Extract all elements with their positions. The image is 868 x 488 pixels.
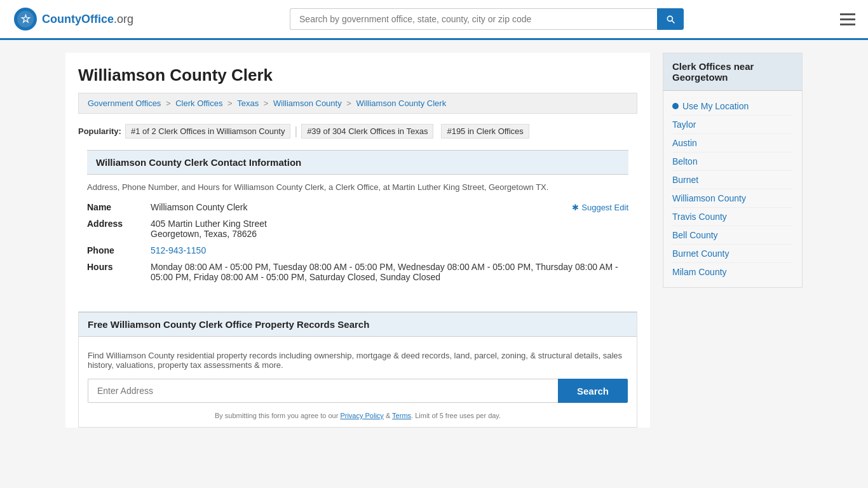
privacy-policy-link[interactable]: Privacy Policy bbox=[340, 412, 383, 419]
sidebar-link[interactable]: Austin bbox=[672, 138, 697, 148]
sidebar-link-austin: Austin bbox=[672, 134, 793, 152]
popularity-sep: | bbox=[294, 125, 297, 138]
property-search-button[interactable]: Search bbox=[558, 379, 628, 403]
suggest-edit-link[interactable]: ✱ Suggest Edit bbox=[572, 203, 628, 212]
sidebar-link-bell-county: Bell County bbox=[672, 226, 793, 245]
sidebar-link[interactable]: Belton bbox=[672, 156, 698, 166]
site-header: ☆ CountyOffice.org bbox=[0, 0, 868, 40]
popularity-badge-3: #195 in Clerk Offices bbox=[441, 124, 529, 139]
sidebar-link-burnet: Burnet bbox=[672, 171, 793, 189]
address-line2: Georgetown, Texas, 78626 bbox=[151, 229, 267, 239]
menu-line bbox=[840, 24, 855, 25]
logo-text: CountyOffice.org bbox=[42, 13, 133, 26]
breadcrumb-williamson-county[interactable]: Williamson County bbox=[273, 98, 342, 108]
sidebar-link-burnet-county: Burnet County bbox=[672, 245, 793, 263]
phone-label: Phone bbox=[87, 245, 151, 255]
sidebar-link[interactable]: Travis County bbox=[672, 212, 727, 222]
content-area: Williamson County Clerk Government Offic… bbox=[65, 53, 650, 428]
hours-value: Monday 08:00 AM - 05:00 PM, Tuesday 08:0… bbox=[151, 262, 628, 282]
sidebar-link[interactable]: Burnet bbox=[672, 175, 698, 185]
sidebar: Clerk Offices near Georgetown Use My Loc… bbox=[663, 53, 803, 428]
address-row: Address 405 Martin Luther King Street Ge… bbox=[87, 219, 628, 239]
name-row: Name Williamson County Clerk ✱ Suggest E… bbox=[87, 202, 628, 212]
popularity-badge-2: #39 of 304 Clerk Offices in Texas bbox=[301, 124, 433, 139]
property-description: Find Williamson County residential prope… bbox=[79, 344, 637, 379]
popularity-badge-1: #1 of 2 Clerk Offices in Williamson Coun… bbox=[125, 124, 291, 139]
form-disclaimer: By submitting this form you agree to our… bbox=[79, 412, 637, 427]
svg-text:☆: ☆ bbox=[20, 13, 31, 25]
breadcrumb-gov-offices[interactable]: Government Offices bbox=[88, 98, 161, 108]
address-input[interactable] bbox=[88, 379, 558, 403]
edit-icon: ✱ bbox=[572, 203, 579, 212]
contact-section: Williamson County Clerk Contact Informat… bbox=[78, 150, 637, 299]
breadcrumb-current[interactable]: Williamson County Clerk bbox=[356, 98, 447, 108]
address-label: Address bbox=[87, 219, 151, 239]
phone-row: Phone 512-943-1150 bbox=[87, 245, 628, 255]
breadcrumb-clerk-offices[interactable]: Clerk Offices bbox=[175, 98, 222, 108]
menu-line bbox=[840, 18, 855, 20]
use-my-location-link[interactable]: Use My Location bbox=[682, 101, 749, 111]
search-icon bbox=[665, 14, 675, 24]
breadcrumb-sep: > bbox=[264, 98, 271, 108]
use-my-location-item: Use My Location bbox=[672, 97, 793, 116]
breadcrumb: Government Offices > Clerk Offices > Tex… bbox=[78, 93, 637, 114]
sidebar-link-taylor: Taylor bbox=[672, 116, 793, 134]
sidebar-link-belton: Belton bbox=[672, 152, 793, 171]
logo[interactable]: ☆ CountyOffice.org bbox=[13, 6, 133, 32]
phone-link[interactable]: 512-943-1150 bbox=[151, 245, 206, 255]
search-input[interactable] bbox=[290, 8, 657, 30]
breadcrumb-sep: > bbox=[227, 98, 234, 108]
sidebar-link[interactable]: Bell County bbox=[672, 230, 718, 240]
hours-row: Hours Monday 08:00 AM - 05:00 PM, Tuesda… bbox=[87, 262, 628, 282]
search-button[interactable] bbox=[657, 8, 684, 30]
disclaimer-amp: & bbox=[386, 412, 392, 419]
sidebar-link[interactable]: Williamson County bbox=[672, 193, 746, 203]
name-label: Name bbox=[87, 202, 151, 212]
menu-line bbox=[840, 13, 855, 15]
name-value: Williamson County Clerk bbox=[151, 202, 247, 212]
hours-label: Hours bbox=[87, 262, 151, 282]
popularity-bar: Popularity: #1 of 2 Clerk Offices in Wil… bbox=[78, 124, 637, 139]
popularity-label: Popularity: bbox=[78, 126, 121, 136]
sidebar-link-williamson-county: Williamson County bbox=[672, 189, 793, 208]
suggest-edit-label: Suggest Edit bbox=[581, 203, 628, 212]
logo-icon: ☆ bbox=[13, 6, 38, 32]
contact-section-header: Williamson County Clerk Contact Informat… bbox=[87, 150, 628, 175]
disclaimer-text: By submitting this form you agree to our bbox=[215, 412, 338, 419]
phone-value: 512-943-1150 bbox=[151, 245, 206, 255]
property-section: Free Williamson County Clerk Office Prop… bbox=[78, 311, 637, 428]
sidebar-link[interactable]: Burnet County bbox=[672, 248, 729, 259]
property-search-form: Search bbox=[79, 379, 637, 412]
terms-link[interactable]: Terms bbox=[392, 412, 411, 419]
sidebar-title: Clerk Offices near Georgetown bbox=[663, 53, 802, 91]
sidebar-link-milam-county: Milam County bbox=[672, 263, 793, 281]
contact-description: Address, Phone Number, and Hours for Wil… bbox=[87, 182, 628, 192]
breadcrumb-texas[interactable]: Texas bbox=[237, 98, 259, 108]
sidebar-links: Use My Location Taylor Austin Belton Bur… bbox=[663, 91, 802, 287]
property-section-header: Free Williamson County Clerk Office Prop… bbox=[79, 312, 637, 337]
sidebar-link[interactable]: Taylor bbox=[672, 119, 696, 130]
sidebar-link[interactable]: Milam County bbox=[672, 267, 727, 277]
page-title: Williamson County Clerk bbox=[78, 65, 637, 85]
breadcrumb-sep: > bbox=[346, 98, 353, 108]
main-container: Williamson County Clerk Government Offic… bbox=[53, 40, 815, 440]
address-value: 405 Martin Luther King Street Georgetown… bbox=[151, 219, 267, 239]
hamburger-menu-button[interactable] bbox=[840, 13, 855, 25]
sidebar-box: Clerk Offices near Georgetown Use My Loc… bbox=[663, 53, 803, 288]
breadcrumb-sep: > bbox=[166, 98, 173, 108]
search-area bbox=[290, 8, 684, 30]
location-dot-icon bbox=[672, 103, 679, 109]
disclaimer-end: Limit of 5 free uses per day. bbox=[415, 412, 501, 419]
sidebar-link-travis-county: Travis County bbox=[672, 208, 793, 226]
address-line1: 405 Martin Luther King Street bbox=[151, 219, 267, 229]
